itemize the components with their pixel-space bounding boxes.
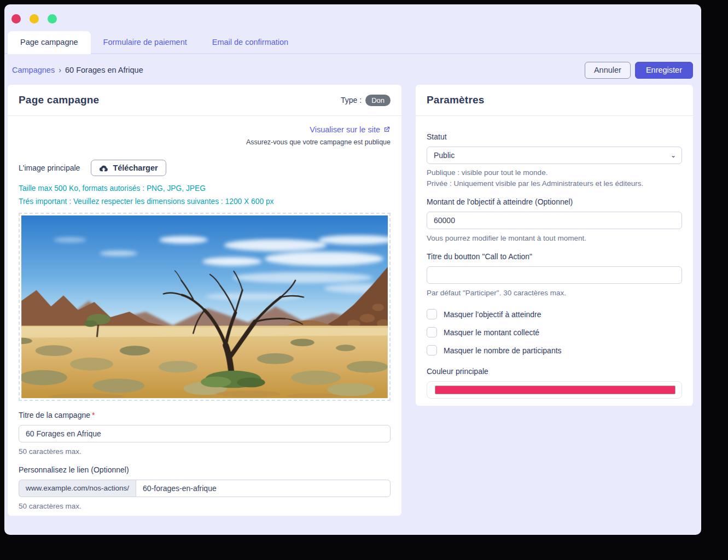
toolbar-actions: Annuler Enregister xyxy=(585,62,693,79)
amount-input[interactable] xyxy=(427,212,682,229)
window-controls xyxy=(11,14,57,24)
campaign-title-label: Titre de la campagne* xyxy=(19,411,391,419)
campaign-card-title: Page campagne xyxy=(19,94,99,106)
main-image-label: L'image principale xyxy=(19,164,80,172)
custom-link-input[interactable] xyxy=(136,480,391,497)
cta-input[interactable] xyxy=(427,266,682,284)
image-dimensions-hint: Trés important : Veuillez respecter les … xyxy=(19,197,391,206)
parameters-card: Paramètres Statut Public ⌄ Publique : vi… xyxy=(416,85,693,406)
hide-goal-checkbox-row[interactable]: Masquer l'objectif à atteindre xyxy=(427,309,682,319)
hide-participants-checkbox-row[interactable]: Masquer le nombre de participants xyxy=(427,345,682,355)
external-link-icon xyxy=(383,126,391,133)
statut-select[interactable]: Public xyxy=(427,147,682,164)
upload-button[interactable]: Télécharger xyxy=(91,160,166,176)
campaign-main-image xyxy=(21,215,388,398)
statut-select-wrap: Public ⌄ xyxy=(427,147,682,164)
visit-site-hint: Assurez-vous que votre campagne est publ… xyxy=(19,138,391,146)
tab-bar: Page campagne Formulaire de paiement Ema… xyxy=(4,31,701,54)
visit-site-row: Visualiser sur le site Assurez-vous que … xyxy=(19,125,391,146)
minimize-window-icon[interactable] xyxy=(30,14,39,24)
main-image-row: L'image principale Télécharger xyxy=(19,160,391,176)
parameters-card-header: Paramètres xyxy=(416,85,693,116)
amount-hint: Vous pourrez modifier le montant à tout … xyxy=(427,234,682,242)
hide-goal-label: Masquer l'objectif à atteindre xyxy=(444,310,541,319)
tab-page-campagne[interactable]: Page campagne xyxy=(8,31,91,54)
required-asterisk: * xyxy=(92,411,95,419)
campaign-card-body: Visualiser sur le site Assurez-vous que … xyxy=(8,116,401,521)
main-image-dropzone[interactable] xyxy=(19,213,391,401)
cloud-upload-icon xyxy=(99,164,108,172)
custom-link-group: www.example.com/nos-actions/ xyxy=(19,480,391,497)
upload-button-label: Télécharger xyxy=(113,164,158,172)
hide-goal-checkbox[interactable] xyxy=(427,309,437,319)
statut-label: Statut xyxy=(427,132,682,141)
image-format-hint: Taille max 500 Ko, formats autorisés : P… xyxy=(19,184,391,192)
hide-participants-label: Masquer le nombre de participants xyxy=(444,346,562,355)
toolbar: Campagnes › 60 Forages en Afrique Annule… xyxy=(12,59,693,81)
main-color-label: Couleur principale xyxy=(427,367,682,376)
save-button[interactable]: Enregister xyxy=(635,62,693,79)
campaign-title-hint: 50 caractères max. xyxy=(19,447,391,456)
color-bar xyxy=(435,386,675,394)
campaign-title-input[interactable] xyxy=(19,425,391,442)
visit-site-link-label: Visualiser sur le site xyxy=(310,125,380,134)
campaign-type-label: Type : xyxy=(341,96,362,104)
statut-hint-private: Privée : Uniquement visible par les Admi… xyxy=(427,179,682,188)
cta-label: Titre du boutton "Call to Action" xyxy=(427,252,682,261)
visit-site-link[interactable]: Visualiser sur le site xyxy=(310,125,391,134)
hide-collected-label: Masquer le montant collecté xyxy=(444,328,539,337)
campaign-type: Type : Don xyxy=(341,95,391,106)
amount-label: Montant de l'objectif à atteindre (Optio… xyxy=(427,197,682,206)
campaign-type-badge: Don xyxy=(365,95,391,106)
breadcrumb-campagnes-link[interactable]: Campagnes xyxy=(12,66,55,74)
custom-link-hint: 50 caractères max. xyxy=(19,502,391,510)
custom-link-prefix: www.example.com/nos-actions/ xyxy=(19,480,136,497)
breadcrumb-current: 60 Forages en Afrique xyxy=(65,66,143,74)
hide-collected-checkbox[interactable] xyxy=(427,327,437,337)
app-window: Page campagne Formulaire de paiement Ema… xyxy=(4,4,701,535)
maximize-window-icon[interactable] xyxy=(48,14,57,24)
campaign-title-label-text: Titre de la campagne xyxy=(19,411,90,419)
hide-collected-checkbox-row[interactable]: Masquer le montant collecté xyxy=(427,327,682,337)
parameters-card-body: Statut Public ⌄ Publique : visible pour … xyxy=(416,116,693,410)
breadcrumb-separator: › xyxy=(59,66,61,74)
tab-email-de-confirmation[interactable]: Email de confirmation xyxy=(200,31,301,53)
cta-hint: Par défaut "Participer". 30 caractères m… xyxy=(427,289,682,297)
statut-hint-public: Publique : visible pour tout le monde. xyxy=(427,168,682,177)
campaign-card-header: Page campagne Type : Don xyxy=(8,85,401,116)
tab-formulaire-de-paiement[interactable]: Formulaire de paiement xyxy=(91,31,200,53)
parameters-card-title: Paramètres xyxy=(427,94,485,106)
hide-participants-checkbox[interactable] xyxy=(427,345,437,355)
custom-link-label: Personnalisez le lien (Optionnel) xyxy=(19,465,391,474)
cancel-button[interactable]: Annuler xyxy=(585,62,631,79)
main-color-input[interactable] xyxy=(427,381,682,399)
breadcrumb: Campagnes › 60 Forages en Afrique xyxy=(12,66,143,74)
close-window-icon[interactable] xyxy=(11,14,21,24)
campaign-page-card: Page campagne Type : Don Visualiser sur … xyxy=(8,85,401,516)
